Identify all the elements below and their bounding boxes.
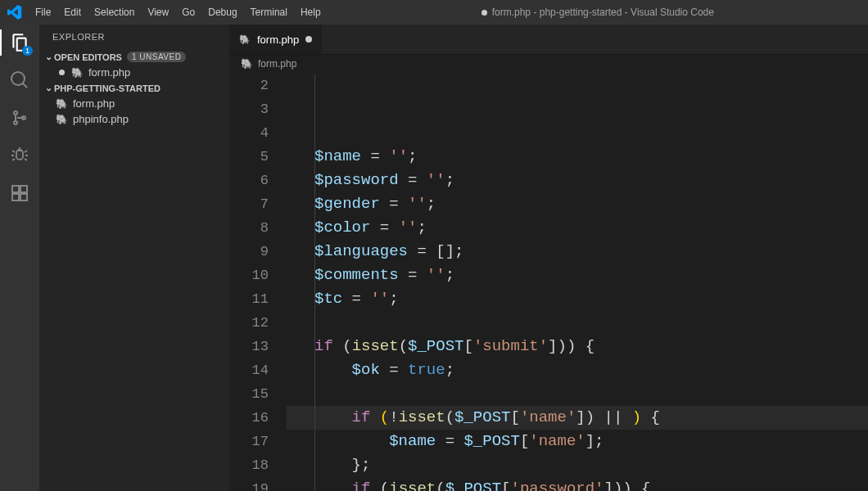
php-file-icon: 🐘 — [71, 67, 84, 79]
menu-view[interactable]: View — [141, 0, 175, 25]
main-area: 1 EXPLORER ⌄ OPEN EDITORS 1 UNSAVED 🐘for… — [0, 25, 868, 491]
sidebar-title: EXPLORER — [39, 25, 229, 49]
extensions-icon[interactable] — [8, 182, 31, 205]
window-title: form.php - php-getting-started - Visual … — [328, 7, 868, 18]
file-name: form.php — [88, 66, 130, 79]
menu-help[interactable]: Help — [294, 0, 328, 25]
debug-icon[interactable] — [8, 144, 31, 167]
dirty-indicator-icon — [305, 36, 312, 43]
dirty-indicator-icon — [481, 10, 487, 16]
chevron-down-icon: ⌄ — [43, 83, 54, 93]
menu-selection[interactable]: Selection — [88, 0, 141, 25]
sidebar: EXPLORER ⌄ OPEN EDITORS 1 UNSAVED 🐘form.… — [39, 25, 229, 491]
menu-go[interactable]: Go — [175, 0, 201, 25]
window-title-text: form.php - php-getting-started - Visual … — [492, 7, 714, 18]
file-name: form.php — [73, 97, 115, 110]
breadcrumb[interactable]: 🐘 form.php — [229, 54, 868, 74]
code-content[interactable]: $name = '';$password = '';$gender = '';$… — [287, 74, 868, 491]
dirty-indicator-icon — [59, 70, 65, 75]
open-editors-header[interactable]: ⌄ OPEN EDITORS 1 UNSAVED — [39, 49, 229, 65]
editor-tabs: 🐘 form.php — [229, 25, 868, 54]
php-file-icon: 🐘 — [239, 34, 251, 45]
menu-bar: FileEditSelectionViewGoDebugTerminalHelp — [29, 0, 328, 25]
file-item[interactable]: 🐘form.php — [39, 96, 229, 111]
file-item[interactable]: 🐘phpinfo.php — [39, 111, 229, 127]
php-file-icon: 🐘 — [56, 114, 68, 125]
menu-terminal[interactable]: Terminal — [244, 0, 294, 25]
open-editor-item[interactable]: 🐘form.php — [39, 65, 229, 80]
menu-debug[interactable]: Debug — [201, 0, 243, 25]
unsaved-badge: 1 UNSAVED — [127, 52, 186, 62]
code-editor[interactable]: 2345678910111213141516171819 $name = '';… — [229, 74, 868, 491]
php-file-icon: 🐘 — [56, 98, 68, 110]
php-file-icon: 🐘 — [241, 58, 253, 70]
editor-area: 🐘 form.php 🐘 form.php 234567891011121314… — [229, 25, 868, 491]
menu-edit[interactable]: Edit — [57, 0, 88, 25]
activity-bar: 1 — [0, 25, 39, 491]
workspace-label: PHP-GETTING-STARTED — [54, 83, 160, 93]
explorer-icon[interactable]: 1 — [8, 31, 31, 54]
breadcrumb-label: form.php — [258, 58, 296, 70]
titlebar: FileEditSelectionViewGoDebugTerminalHelp… — [0, 0, 868, 25]
tab-form-php[interactable]: 🐘 form.php — [229, 25, 323, 54]
menu-file[interactable]: File — [29, 0, 57, 25]
line-gutter: 2345678910111213141516171819 — [229, 74, 287, 491]
explorer-badge: 1 — [22, 46, 33, 56]
source-control-icon[interactable] — [8, 106, 31, 129]
open-editors-label: OPEN EDITORS — [54, 52, 122, 62]
search-icon[interactable] — [8, 69, 31, 92]
file-name: phpinfo.php — [73, 113, 129, 125]
vscode-logo-icon — [0, 5, 29, 20]
tab-label: form.php — [257, 34, 299, 46]
workspace-header[interactable]: ⌄ PHP-GETTING-STARTED — [39, 80, 229, 96]
chevron-down-icon: ⌄ — [43, 52, 54, 62]
